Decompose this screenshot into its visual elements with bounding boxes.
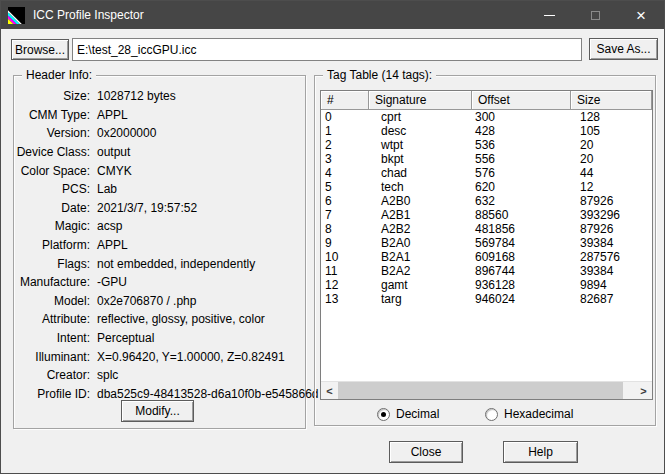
table-cell: 428 — [472, 124, 571, 138]
header-field-value: X=0.96420, Y=1.00000, Z=0.82491 — [97, 350, 285, 364]
tag-table-rows: 0cprt3001281desc4281052wtpt536203bkpt556… — [321, 110, 652, 382]
table-cell: 20 — [571, 138, 652, 152]
modify-button[interactable]: Modify... — [121, 400, 194, 422]
header-field-value: APPL — [97, 108, 128, 122]
header-field-label: Model: — [14, 294, 90, 308]
table-cell: 87926 — [571, 222, 652, 236]
radio-hexadecimal-label: Hexadecimal — [504, 407, 573, 421]
minimize-icon — [544, 15, 555, 16]
header-field: CMM Type:APPL — [14, 106, 303, 125]
horizontal-scrollbar[interactable]: < > — [321, 381, 652, 399]
save-as-button[interactable]: Save As... — [589, 38, 658, 60]
table-cell: 936128 — [472, 278, 571, 292]
table-row[interactable]: 9B2A056978439384 — [321, 236, 652, 250]
table-cell: wtpt — [369, 138, 472, 152]
header-field-label: Creator: — [14, 368, 90, 382]
help-button[interactable]: Help — [503, 441, 578, 463]
table-cell: gamt — [369, 278, 472, 292]
table-cell: A2B2 — [369, 222, 472, 236]
table-row[interactable]: 1desc428105 — [321, 124, 652, 138]
titlebar[interactable]: ICC Profile Inspector × — [1, 1, 664, 29]
table-cell: B2A2 — [369, 264, 472, 278]
header-field-label: CMM Type: — [14, 108, 90, 122]
close-window-button[interactable]: × — [618, 1, 664, 29]
scrollbar-track[interactable] — [623, 382, 635, 399]
table-row[interactable]: 2wtpt53620 — [321, 138, 652, 152]
column-header-size[interactable]: Size — [571, 91, 652, 110]
scroll-right-button[interactable]: > — [635, 382, 652, 399]
table-row[interactable]: 6A2B063287926 — [321, 194, 652, 208]
header-field: Flags:not embedded, independently — [14, 254, 303, 273]
tag-table-groupbox: Tag Table (14 tags): # Signature Offset … — [314, 75, 656, 426]
header-field: Creator:splc — [14, 366, 303, 385]
tag-table-title: Tag Table (14 tags): — [323, 68, 436, 82]
table-cell: 82687 — [571, 292, 652, 306]
table-cell: 556 — [472, 152, 571, 166]
header-field: Manufacture:-GPU — [14, 273, 303, 292]
header-field: Intent:Perceptual — [14, 329, 303, 348]
file-path-input[interactable] — [72, 38, 582, 61]
table-cell: 9 — [321, 236, 369, 250]
table-cell: cprt — [369, 110, 472, 124]
header-field-value: CMYK — [97, 164, 132, 178]
table-cell: 896744 — [472, 264, 571, 278]
close-icon: × — [636, 7, 646, 24]
table-cell: 10 — [321, 250, 369, 264]
table-cell: 609168 — [472, 250, 571, 264]
header-field-label: Platform: — [14, 238, 90, 252]
header-field: Version:0x2000000 — [14, 124, 303, 143]
table-cell: 5 — [321, 180, 369, 194]
table-cell: 2 — [321, 138, 369, 152]
header-field: Illuminant:X=0.96420, Y=1.00000, Z=0.824… — [14, 347, 303, 366]
table-row[interactable]: 13targ94602482687 — [321, 292, 652, 306]
table-row[interactable]: 7A2B188560393296 — [321, 208, 652, 222]
table-row[interactable]: 5tech62012 — [321, 180, 652, 194]
scrollbar-thumb[interactable] — [338, 382, 623, 399]
table-row[interactable]: 4chad57644 — [321, 166, 652, 180]
window-title: ICC Profile Inspector — [33, 8, 144, 22]
table-row[interactable]: 11B2A289674439384 — [321, 264, 652, 278]
radio-hexadecimal-circle-icon — [485, 408, 498, 421]
header-field-value: APPL — [97, 238, 128, 252]
header-field-label: Intent: — [14, 331, 90, 345]
column-header-offset[interactable]: Offset — [472, 91, 571, 110]
header-field-value: Lab — [97, 182, 117, 196]
header-field-value: output — [97, 145, 130, 159]
table-cell: 8 — [321, 222, 369, 236]
table-row[interactable]: 3bkpt55620 — [321, 152, 652, 166]
table-row[interactable]: 8A2B248185687926 — [321, 222, 652, 236]
radio-decimal-circle-icon — [377, 408, 390, 421]
table-cell: 7 — [321, 208, 369, 222]
table-cell: 11 — [321, 264, 369, 278]
header-field-value: dba525c9-48413528-d6a10f0b-e545866d — [97, 387, 319, 401]
header-field-value: acsp — [97, 219, 122, 233]
close-button[interactable]: Close — [389, 441, 463, 463]
header-field-label: Version: — [14, 126, 90, 140]
column-header-signature[interactable]: Signature — [369, 91, 472, 110]
column-header-number[interactable]: # — [321, 91, 369, 110]
scroll-left-button[interactable]: < — [321, 382, 338, 399]
table-row[interactable]: 0cprt300128 — [321, 110, 652, 124]
header-field: Magic:acsp — [14, 217, 303, 236]
table-cell: 632 — [472, 194, 571, 208]
header-field-value: 2021/3/7, 19:57:52 — [97, 201, 197, 215]
minimize-button[interactable] — [526, 1, 572, 29]
icc-profile-inspector-window: ICC Profile Inspector × Browse... Save A… — [0, 0, 665, 474]
browse-button[interactable]: Browse... — [11, 39, 69, 60]
header-field-value: splc — [97, 368, 118, 382]
radio-hexadecimal[interactable]: Hexadecimal — [485, 406, 573, 422]
table-cell: B2A1 — [369, 250, 472, 264]
table-cell: A2B0 — [369, 194, 472, 208]
table-cell: 6 — [321, 194, 369, 208]
maximize-button — [572, 1, 618, 29]
table-cell: 569784 — [472, 236, 571, 250]
header-field-value: 1028712 bytes — [97, 89, 176, 103]
table-cell: 1 — [321, 124, 369, 138]
header-field-value: Perceptual — [97, 331, 154, 345]
table-row[interactable]: 10B2A1609168287576 — [321, 250, 652, 264]
header-field: Size:1028712 bytes — [14, 87, 303, 106]
table-cell: 20 — [571, 152, 652, 166]
radio-decimal[interactable]: Decimal — [377, 406, 439, 422]
table-row[interactable]: 12gamt9361289894 — [321, 278, 652, 292]
header-field-value: not embedded, independently — [97, 257, 255, 271]
